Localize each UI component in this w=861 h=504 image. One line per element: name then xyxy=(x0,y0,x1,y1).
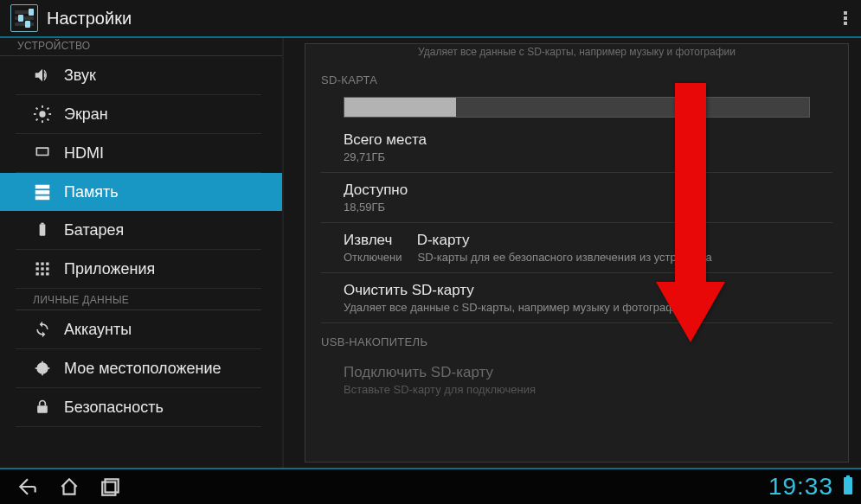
row-erase-sd[interactable]: Очистить SD-карту Удаляет все данные с S… xyxy=(321,273,832,323)
row-unmount-sd[interactable]: Извлеч D-карту Отключени SD-карты для ее… xyxy=(321,223,832,273)
svg-rect-22 xyxy=(36,272,39,275)
svg-rect-24 xyxy=(46,272,48,275)
row-subtitle: 18,59ГБ xyxy=(344,201,832,214)
monitor-icon xyxy=(33,144,52,163)
svg-rect-10 xyxy=(37,149,48,155)
action-bar: Настройки xyxy=(0,0,861,38)
svg-rect-12 xyxy=(35,190,50,195)
svg-rect-21 xyxy=(46,267,48,270)
overflow-menu-icon[interactable] xyxy=(840,6,851,30)
storage-bar-free xyxy=(456,98,809,117)
location-icon xyxy=(33,359,52,378)
storage-bar-used xyxy=(344,98,456,117)
row-subtitle: 29,71ГБ xyxy=(344,150,832,163)
navigation-bar: 19:33 xyxy=(0,468,861,504)
svg-rect-37 xyxy=(846,475,850,477)
sidebar-item-location[interactable]: Мое местоположение xyxy=(16,349,261,388)
svg-point-26 xyxy=(41,367,43,369)
content-panel: Удаляет все данные с SD-карты, например … xyxy=(284,38,861,468)
svg-rect-31 xyxy=(37,405,48,412)
sidebar-item-apps[interactable]: Приложения xyxy=(16,250,261,289)
sidebar-item-sound[interactable]: Звук xyxy=(16,56,261,95)
sidebar-item-display[interactable]: Экран xyxy=(16,95,261,134)
svg-line-7 xyxy=(36,119,38,121)
back-button[interactable] xyxy=(7,469,48,504)
row-subtitle: Удаляет все данные с SD-карты, например … xyxy=(344,301,832,314)
svg-rect-14 xyxy=(40,224,46,235)
sidebar-item-label: Экран xyxy=(64,105,108,124)
sidebar-item-accounts[interactable]: Аккаунты xyxy=(16,310,261,349)
sidebar-item-storage[interactable]: Память xyxy=(0,173,282,211)
svg-line-5 xyxy=(36,108,38,110)
svg-rect-16 xyxy=(36,263,39,265)
battery-icon xyxy=(33,220,52,239)
svg-rect-11 xyxy=(35,185,50,189)
settings-icon xyxy=(10,4,38,32)
sidebar: УСТРОЙСТВО Звук Экран HDMI xyxy=(0,38,284,468)
speaker-icon xyxy=(33,66,52,85)
svg-rect-13 xyxy=(35,196,50,201)
row-subtitle: Вставьте SD-карту для подключения xyxy=(344,383,832,396)
svg-rect-23 xyxy=(41,272,43,275)
sidebar-item-hdmi[interactable]: HDMI xyxy=(16,134,261,173)
status-battery-icon xyxy=(842,475,854,499)
sidebar-item-label: Приложения xyxy=(64,260,155,278)
sidebar-section-device: УСТРОЙСТВО xyxy=(0,38,282,56)
row-title: Извлеч D-карту xyxy=(344,232,832,249)
sidebar-item-security[interactable]: Безопасность xyxy=(16,388,261,427)
lock-icon xyxy=(33,398,52,417)
sidebar-item-label: Звук xyxy=(64,67,96,85)
status-clock: 19:33 xyxy=(768,473,833,501)
sidebar-item-label: Аккаунты xyxy=(64,321,132,339)
svg-rect-36 xyxy=(844,477,852,494)
row-title: Очистить SD-карту xyxy=(344,282,832,299)
apps-icon xyxy=(33,259,52,278)
section-usb: USB-НАКОПИТЕЛЬ xyxy=(321,323,832,355)
sidebar-item-label: Безопасность xyxy=(64,399,164,417)
row-total-space[interactable]: Всего места 29,71ГБ xyxy=(321,123,832,173)
sidebar-item-label: HDMI xyxy=(64,144,104,163)
sidebar-item-battery[interactable]: Батарея xyxy=(16,211,261,250)
truncated-text: Удаляет все данные с SD-карты, например … xyxy=(321,44,832,61)
home-button[interactable] xyxy=(48,469,90,504)
section-sd-card: SD-КАРТА xyxy=(321,61,832,93)
svg-rect-15 xyxy=(41,223,43,225)
svg-line-6 xyxy=(48,119,49,121)
storage-icon xyxy=(33,182,52,201)
storage-bar xyxy=(344,97,810,118)
row-mount-sd: Подключить SD-карту Вставьте SD-карту дл… xyxy=(321,355,832,405)
sidebar-item-label: Мое местоположение xyxy=(64,360,222,378)
sync-icon xyxy=(33,320,52,339)
sidebar-section-personal: ЛИЧНЫЕ ДАННЫЕ xyxy=(16,289,261,310)
svg-rect-20 xyxy=(41,267,43,270)
row-title: Подключить SD-карту xyxy=(344,364,832,381)
sidebar-item-label: Память xyxy=(64,183,119,201)
svg-rect-17 xyxy=(41,263,43,265)
brightness-icon xyxy=(33,105,52,124)
svg-point-0 xyxy=(39,111,45,117)
row-title: Доступно xyxy=(344,182,832,199)
row-title: Всего места xyxy=(344,131,832,149)
svg-rect-18 xyxy=(46,263,48,265)
page-title: Настройки xyxy=(47,9,132,29)
svg-line-8 xyxy=(48,108,49,110)
row-available[interactable]: Доступно 18,59ГБ xyxy=(321,173,832,223)
svg-rect-19 xyxy=(36,267,39,270)
recents-button[interactable] xyxy=(90,469,132,504)
row-subtitle: Отключени SD-карты для ее безопасного из… xyxy=(344,251,832,264)
sidebar-item-label: Батарея xyxy=(64,221,124,239)
